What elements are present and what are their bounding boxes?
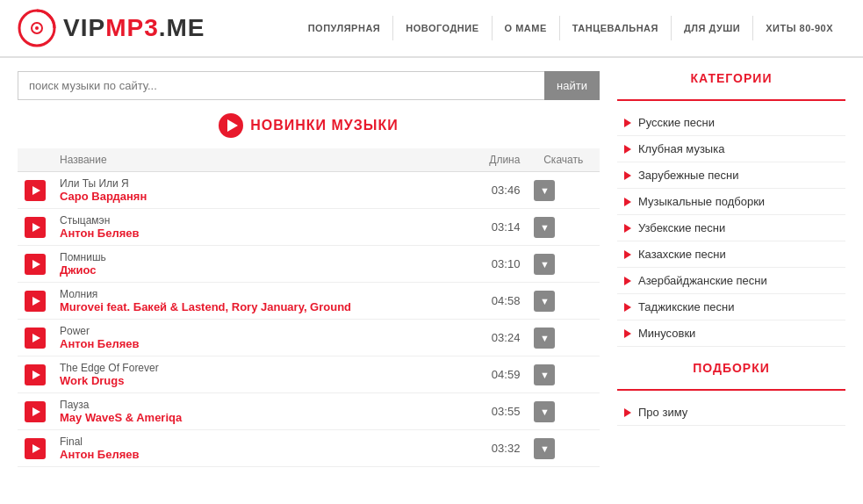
- categories-title: КАТЕГОРИИ: [617, 71, 845, 90]
- play-cell: [18, 393, 53, 430]
- track-cell: Или Ты Или Я Саро Варданян: [60, 177, 459, 203]
- download-cell: [527, 356, 600, 393]
- play-button[interactable]: [25, 180, 46, 201]
- sidebar-category-item[interactable]: Азербайджанские песни: [617, 268, 845, 294]
- track-artist[interactable]: Джиос: [60, 263, 106, 277]
- play-button[interactable]: [25, 254, 46, 275]
- sidebar-category-item[interactable]: Таджикские песни: [617, 294, 845, 320]
- sidebar-item-label: Русские песни: [638, 116, 715, 129]
- svg-point-2: [35, 26, 39, 30]
- track-name: Молния: [60, 288, 351, 300]
- logo-icon: [18, 9, 56, 47]
- track-name: Final: [60, 436, 139, 448]
- track-artist[interactable]: Саро Варданян: [60, 190, 147, 203]
- sidebar-podborki-item[interactable]: Про зиму: [617, 400, 845, 426]
- podborki-divider: [617, 389, 845, 391]
- track-artist[interactable]: Murovei feat. Бакей & Lastend, Rory Janu…: [60, 300, 351, 313]
- nav-item-soul[interactable]: ДЛЯ ДУШИ: [672, 16, 753, 40]
- track-duration: 04:59: [466, 356, 527, 393]
- nav-item-dance[interactable]: ТАНЦЕВАЛЬНАЯ: [560, 16, 672, 40]
- track-cell: Power Антон Беляев: [60, 325, 459, 350]
- logo-vip: VIP: [63, 14, 105, 41]
- track-info: Power Антон Беляев: [60, 325, 139, 350]
- download-cell: [527, 209, 600, 246]
- download-button[interactable]: [534, 291, 555, 312]
- download-button[interactable]: [534, 328, 555, 349]
- track-name: Power: [60, 325, 139, 337]
- track-cell: Стыцамэн Антон Беляев: [60, 214, 459, 240]
- download-button[interactable]: [534, 217, 555, 238]
- download-button[interactable]: [534, 254, 555, 275]
- sidebar-category-item[interactable]: Минусовки: [617, 320, 845, 347]
- sidebar-arrow-icon: [624, 277, 631, 285]
- play-cell: [18, 246, 53, 283]
- track-info: Молния Murovei feat. Бакей & Lastend, Ro…: [60, 288, 351, 313]
- download-cell: [527, 430, 600, 467]
- sidebar-category-item[interactable]: Зарубежные песни: [617, 162, 845, 189]
- track-name-cell: Пауза May WaveS & Ameriqa: [53, 393, 466, 430]
- track-info: Помнишь Джиос: [60, 251, 106, 277]
- track-artist[interactable]: Антон Беляев: [60, 337, 139, 350]
- play-button[interactable]: [25, 401, 46, 422]
- new-music-play-icon: [219, 113, 243, 138]
- play-button[interactable]: [25, 217, 46, 238]
- download-button[interactable]: [534, 364, 555, 385]
- col-name: Название: [53, 148, 466, 172]
- download-button[interactable]: [534, 438, 555, 459]
- sidebar-arrow-icon: [624, 198, 631, 206]
- track-name-cell: Помнишь Джиос: [53, 246, 466, 283]
- sidebar-arrow-icon: [624, 408, 631, 417]
- sidebar-arrow-icon: [624, 224, 631, 233]
- table-row: Power Антон Беляев 03:24: [18, 320, 600, 356]
- categories-divider: [617, 99, 845, 101]
- play-button[interactable]: [25, 364, 46, 385]
- nav-item-hits[interactable]: ХИТЫ 80-90Х: [753, 16, 845, 40]
- track-duration: 04:58: [466, 283, 527, 320]
- download-cell: [527, 393, 600, 430]
- track-duration: 03:32: [466, 430, 527, 467]
- track-name-cell: Молния Murovei feat. Бакей & Lastend, Ro…: [53, 283, 466, 320]
- sidebar-arrow-icon: [624, 329, 631, 338]
- sidebar-category-item[interactable]: Русские песни: [617, 110, 845, 136]
- track-artist[interactable]: Work Drugs: [60, 374, 159, 387]
- track-table: Название Длина Скачать Или Ты Или Я Саро…: [18, 148, 600, 467]
- play-button[interactable]: [25, 291, 46, 312]
- play-button[interactable]: [25, 328, 46, 349]
- sidebar-arrow-icon: [624, 250, 631, 259]
- sidebar-arrow-icon: [624, 303, 631, 312]
- track-artist[interactable]: May WaveS & Ameriqa: [60, 411, 182, 424]
- sidebar-category-item[interactable]: Музыкальные подборки: [617, 189, 845, 215]
- download-cell: [527, 320, 600, 356]
- sidebar-category-item[interactable]: Казахские песни: [617, 241, 845, 268]
- play-button[interactable]: [25, 438, 46, 459]
- table-row: Или Ты Или Я Саро Варданян 03:46: [18, 172, 600, 209]
- download-cell: [527, 246, 600, 283]
- nav-item-new-year[interactable]: НОВОГОДНИЕ: [393, 16, 492, 40]
- podborki-title: ПОДБОРКИ: [617, 361, 845, 380]
- sidebar-category-item[interactable]: Узбекские песни: [617, 215, 845, 241]
- play-cell: [18, 172, 53, 209]
- search-input[interactable]: [18, 71, 544, 100]
- track-artist[interactable]: Антон Беляев: [60, 448, 139, 461]
- nav-item-popular[interactable]: ПОПУЛЯРНАЯ: [296, 16, 394, 40]
- table-row: Пауза May WaveS & Ameriqa 03:55: [18, 393, 600, 430]
- play-cell: [18, 209, 53, 246]
- header: VIPMP3.ME ПОПУЛЯРНАЯ НОВОГОДНИЕ О МАМЕ Т…: [0, 0, 863, 58]
- track-duration: 03:10: [466, 246, 527, 283]
- sidebar-podborki: Про зиму: [617, 400, 845, 426]
- download-button[interactable]: [534, 401, 555, 422]
- sidebar-category-item[interactable]: Клубная музыка: [617, 136, 845, 162]
- sidebar-item-label: Про зиму: [638, 406, 687, 419]
- track-cell: Молния Murovei feat. Бакей & Lastend, Ro…: [60, 288, 459, 313]
- search-bar: найти: [18, 71, 600, 100]
- track-artist[interactable]: Антон Беляев: [60, 227, 139, 240]
- track-info: The Edge Of Forever Work Drugs: [60, 362, 159, 387]
- main-container: найти НОВИНКИ МУЗЫКИ Название Длина Скач…: [0, 58, 863, 480]
- search-button[interactable]: найти: [544, 71, 600, 100]
- track-duration: 03:14: [466, 209, 527, 246]
- track-duration: 03:55: [466, 393, 527, 430]
- download-button[interactable]: [534, 180, 555, 201]
- nav-item-mom[interactable]: О МАМЕ: [493, 16, 560, 40]
- track-name: Или Ты Или Я: [60, 177, 147, 190]
- sidebar-item-label: Клубная музыка: [638, 142, 724, 155]
